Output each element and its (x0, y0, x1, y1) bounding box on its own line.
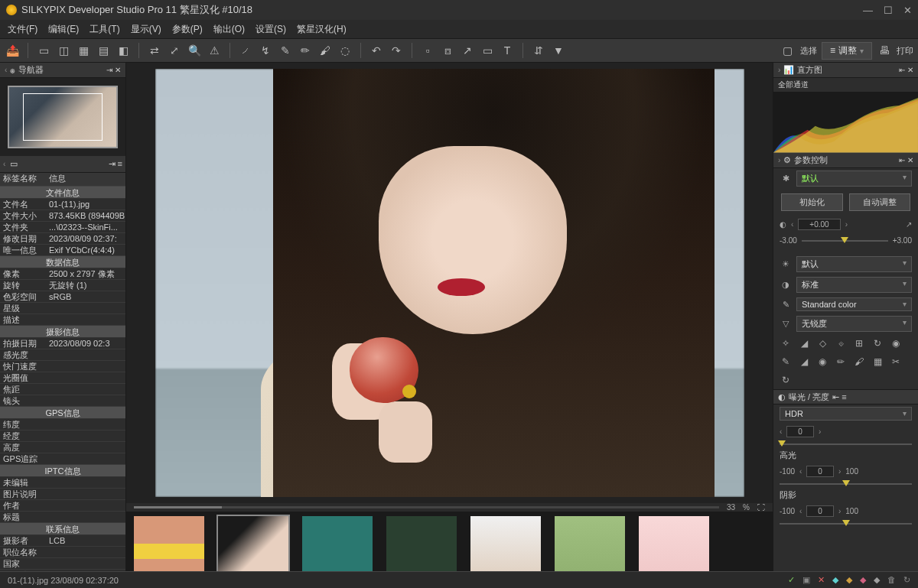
export-icon[interactable]: 📤 (5, 43, 20, 58)
filmstrip-item[interactable]: ▫ ★☆☆☆☆01-(5).jpg2023/08/09 02:38:42 (386, 516, 457, 571)
fit-icon[interactable]: ⤢ (167, 43, 182, 58)
brush3-icon[interactable]: 🖌 (317, 43, 333, 58)
panel-menu-icon[interactable]: ⇥ ≡ (109, 159, 122, 169)
highlight-value[interactable]: 0 (806, 466, 834, 477)
image-viewer[interactable] (126, 63, 773, 503)
tool4-icon[interactable]: ⟐ (835, 337, 847, 349)
tool6-icon[interactable]: ↻ (871, 337, 884, 349)
tool12-icon[interactable]: 🖌 (853, 356, 865, 368)
tab-info-icon[interactable]: ▭ (10, 159, 18, 169)
select-label[interactable]: 选择 (800, 45, 817, 57)
undo-icon[interactable]: ↶ (369, 43, 384, 58)
menu-file[interactable]: 文件(F) (8, 23, 37, 36)
filmstrip-item[interactable]: ▫ ★☆☆☆☆01-(7).jpg2023/08/09 02:38 (555, 516, 625, 571)
close-icon[interactable]: ✕ (903, 5, 912, 16)
menu-localize[interactable]: 繁星汉化(H) (297, 23, 347, 36)
hdr-dropdown[interactable]: HDR▾ (780, 407, 912, 421)
filmstrip-item[interactable]: ▫ ★☆☆☆☆01-(8).jpg2023/08/09 02:38 (639, 516, 709, 571)
color-dropdown[interactable]: Standard color▾ (796, 297, 912, 311)
filmstrip-item[interactable]: ▫ ★☆☆☆☆01-(6).jpg2023/08/09 02:38 (470, 516, 541, 571)
print-label[interactable]: 打印 (897, 45, 913, 57)
sharp-dropdown[interactable]: 无锐度▾ (796, 316, 912, 332)
chevron-right-icon[interactable]: › (778, 66, 780, 74)
chevron-left-icon[interactable]: ‹ (5, 66, 7, 74)
status-tag3-icon[interactable]: ◆ (860, 575, 866, 585)
tool7-icon[interactable]: ◉ (890, 337, 902, 349)
maximize-icon[interactable]: ☐ (884, 5, 893, 16)
status-check-icon[interactable]: ✓ (788, 575, 795, 585)
brush2-icon[interactable]: ✏ (298, 43, 313, 58)
menu-view[interactable]: 显示(V) (131, 23, 161, 36)
highlight-slider[interactable] (780, 483, 912, 485)
sort-icon[interactable]: ⇵ (531, 43, 546, 58)
navigator-thumbnail[interactable] (0, 78, 125, 156)
channel-label[interactable]: 全部通道 (773, 78, 918, 92)
refresh-icon[interactable]: ↻ (780, 374, 792, 386)
preset-dropdown[interactable]: 默认▾ (796, 171, 912, 187)
level-icon[interactable]: ↯ (258, 43, 273, 58)
status-tag4-icon[interactable]: ◆ (874, 575, 880, 585)
exposure-value[interactable]: +0.00 (798, 219, 840, 230)
tool10-icon[interactable]: ◉ (816, 356, 828, 368)
histogram[interactable] (773, 92, 918, 153)
filmstrip-item[interactable]: ▫ ★☆☆☆☆00.jpg2023/08/10 05:22 (134, 516, 204, 571)
tool-c-icon[interactable]: ↗ (460, 43, 475, 58)
hdr-slider[interactable] (780, 443, 912, 445)
redo-icon[interactable]: ↷ (389, 43, 404, 58)
view-compare-icon[interactable]: ◧ (116, 43, 131, 58)
menu-tools[interactable]: 工具(T) (90, 23, 119, 36)
tool9-icon[interactable]: ◢ (798, 356, 810, 368)
status-error-icon[interactable]: ✕ (818, 575, 825, 585)
shadow-value[interactable]: 0 (806, 505, 834, 517)
exposure-slider[interactable] (802, 240, 888, 242)
text-icon[interactable]: T (500, 43, 515, 58)
filmstrip-item[interactable]: ▫ ★☆☆☆☆01-(4).jpg2023/08/09 02:38 (302, 516, 373, 571)
pin-icon[interactable]: ⇥ ✕ (106, 66, 121, 74)
reset-icon[interactable]: ↗ (906, 220, 912, 229)
chevron-right-icon[interactable]: › (778, 156, 780, 164)
tool-b-icon[interactable]: ⧈ (440, 43, 455, 58)
tool2-icon[interactable]: ◢ (798, 337, 810, 349)
tool1-icon[interactable]: ✧ (780, 337, 792, 349)
auto-button[interactable]: 自动调整 (849, 193, 911, 211)
zoom-slider[interactable] (134, 506, 719, 508)
tool11-icon[interactable]: ✏ (835, 356, 847, 368)
contrast-dropdown[interactable]: 标准▾ (796, 277, 912, 293)
minimize-icon[interactable]: — (863, 5, 873, 16)
init-button[interactable]: 初始化 (781, 193, 843, 211)
status-tag2-icon[interactable]: ◆ (846, 575, 852, 585)
exposure-section-header[interactable]: ◐ 曝光 / 亮度 ⇤ ≡ (773, 389, 918, 404)
flip-h-icon[interactable]: ⇄ (147, 43, 162, 58)
menu-output[interactable]: 输出(O) (213, 23, 245, 36)
menu-edit[interactable]: 编辑(E) (48, 23, 79, 36)
crop-icon[interactable]: ✂ (890, 356, 902, 368)
brush1-icon[interactable]: ✎ (278, 43, 293, 58)
tool-a-icon[interactable]: ▫ (420, 43, 435, 58)
adjust-dropdown[interactable]: ≡ 调整 ▾ (822, 42, 872, 60)
filter-icon[interactable]: ▼ (551, 43, 566, 58)
hdr-value[interactable]: 0 (786, 426, 814, 437)
tool3-icon[interactable]: ◇ (816, 337, 828, 349)
tool5-icon[interactable]: ⊞ (853, 337, 865, 349)
status-trash-icon[interactable]: 🗑 (887, 575, 896, 585)
view-thumb-icon[interactable]: ▤ (96, 43, 111, 58)
view-split-icon[interactable]: ◫ (56, 43, 71, 58)
zoom-icon[interactable]: 🔍 (187, 43, 202, 58)
dropper-icon[interactable]: ⟋ (238, 43, 253, 58)
tool-d-icon[interactable]: ▭ (480, 43, 495, 58)
status-stack-icon[interactable]: ▣ (802, 575, 810, 585)
menu-params[interactable]: 参数(P) (172, 23, 203, 36)
metadata-list[interactable]: 文件信息 文件名01-(11).jpg 文件大小873.45KB (894409… (0, 187, 125, 571)
expand-icon[interactable]: ⛶ (757, 503, 765, 512)
pin-icon[interactable]: ⇤ ✕ (899, 66, 913, 74)
selection-icon[interactable]: ◌ (337, 43, 353, 58)
view-grid-icon[interactable]: ▦ (76, 43, 91, 58)
chevron-left-icon[interactable]: ‹ (3, 160, 5, 168)
print-icon[interactable]: 🖶 (877, 43, 892, 58)
select-mode-icon[interactable]: ▢ (780, 43, 796, 58)
filmstrip[interactable]: ▫ ★☆☆☆☆00.jpg2023/08/10 05:22 ▫ ★☆☆☆☆01-… (126, 512, 773, 571)
warning-icon[interactable]: ⚠ (207, 43, 222, 58)
pin-icon[interactable]: ⇤ ✕ (899, 156, 913, 164)
status-tag1-icon[interactable]: ◆ (832, 575, 838, 585)
shadow-slider[interactable] (780, 523, 912, 525)
